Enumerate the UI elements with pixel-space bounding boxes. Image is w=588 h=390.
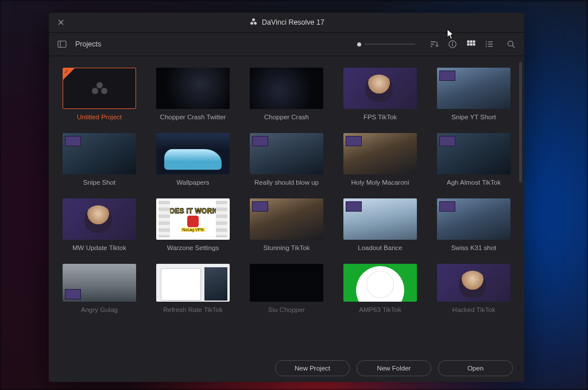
svg-point-11 [486,41,487,42]
titlebar: DaVinci Resolve 17 [49,13,524,33]
project-thumbnail [437,264,510,302]
project-label: Snipe Shot [83,179,115,186]
svg-rect-0 [58,41,66,48]
project-label: Really should blow up [254,179,319,186]
project-thumbnail [437,198,510,240]
close-button[interactable] [56,17,66,28]
new-project-button[interactable]: New Project [275,360,350,376]
svg-rect-8 [467,44,470,46]
project-row: Snipe ShotWallpapersReally should blow u… [63,133,510,186]
project-card[interactable]: ✓Untitled Project [63,68,136,120]
project-row: MW Update TiktokDOES IT WORK?NoLag VPNWa… [63,198,510,251]
list-view-icon[interactable] [483,38,496,50]
project-thumbnail [343,198,417,240]
project-row: ✓Untitled ProjectChopper Crash TwitterCh… [63,68,510,120]
project-thumbnail [343,133,417,174]
project-label: MW Update Tiktok [72,244,126,251]
svg-line-18 [512,45,514,48]
sidebar-toggle-icon[interactable] [56,38,68,50]
project-card[interactable]: Snipe YT Short [437,68,510,120]
project-thumbnail: ✓ [63,68,136,109]
project-thumbnail [250,264,323,302]
project-card[interactable]: Stunning TikTok [250,198,323,251]
app-logo-icon [249,21,258,24]
project-label: Holy Moly Macaroni [351,179,409,186]
project-manager-window: DaVinci Resolve 17 Projects ✓Untitled [49,13,524,382]
project-label: Warzone Settings [167,244,219,251]
project-label: Hacked TikTok [452,306,496,313]
project-label: Chopper Crash Twitter [160,114,226,120]
scrollbar-thumb[interactable] [519,62,522,182]
project-label: FPS TikTok [363,114,397,120]
project-row: Angry GulagRefresh Rate TikTokSiu Choppe… [63,264,510,313]
project-card[interactable]: Really should blow up [250,133,323,186]
project-label: Agh Almost TikTok [447,179,501,186]
project-thumbnail [250,198,323,240]
project-thumbnail [437,68,510,109]
project-label: Swiss K31 shot [451,244,497,251]
project-card[interactable]: DOES IT WORK?NoLag VPNWarzone Settings [156,198,230,251]
project-thumbnail [63,264,136,302]
sort-icon[interactable] [428,38,440,50]
project-grid-area: ✓Untitled ProjectChopper Crash TwitterCh… [49,56,524,354]
project-thumbnail [156,133,230,174]
project-thumbnail [156,68,230,109]
project-thumbnail [63,198,136,240]
svg-point-3 [452,42,453,43]
project-label: Loadout Bance [358,244,402,251]
project-card[interactable]: Refresh Rate TikTok [156,264,230,313]
project-card[interactable]: Swiss K31 shot [437,198,510,251]
new-folder-button[interactable]: New Folder [357,360,431,376]
project-label: Angry Gulag [81,306,118,313]
project-card[interactable]: Wallpapers [156,133,230,186]
project-card[interactable]: Chopper Crash Twitter [156,68,230,120]
close-icon [58,20,64,25]
project-thumbnail [156,264,230,302]
project-label: AMP63 TikTok [359,306,401,313]
project-thumbnail [437,133,510,174]
svg-rect-5 [467,41,470,43]
svg-rect-10 [473,44,475,46]
info-icon[interactable] [446,38,459,50]
svg-point-12 [486,44,487,45]
project-label: Wallpapers [176,179,209,186]
project-label: Stunning TikTok [263,244,310,251]
project-thumbnail [343,68,417,109]
project-thumbnail [250,133,323,174]
slider-track [365,44,415,45]
open-button[interactable]: Open [438,360,513,376]
project-label: Untitled Project [77,114,122,120]
project-thumbnail [63,133,136,174]
project-card[interactable]: AMP63 TikTok [343,264,417,313]
svg-rect-7 [473,41,475,43]
svg-rect-6 [470,41,473,43]
project-card[interactable]: FPS TikTok [343,68,417,120]
project-card[interactable]: Agh Almost TikTok [437,133,510,186]
slider-thumb-icon [357,42,361,46]
project-card[interactable]: Siu Chopper [250,264,323,313]
project-thumbnail: DOES IT WORK?NoLag VPN [156,198,230,240]
thumbnail-zoom-slider[interactable] [357,42,415,46]
project-thumbnail [250,68,323,109]
window-title: DaVinci Resolve 17 [262,18,324,26]
project-card[interactable]: Angry Gulag [63,264,136,313]
project-label: Chopper Crash [264,114,309,120]
project-card[interactable]: Holy Moly Macaroni [343,133,417,186]
toolbar: Projects [49,33,524,56]
svg-rect-4 [452,44,452,46]
svg-point-13 [486,46,487,47]
project-label: Refresh Rate TikTok [163,306,223,313]
project-label: Snipe YT Short [451,114,496,120]
project-card[interactable]: Loadout Bance [343,198,417,251]
footer: New Project New Folder Open [49,354,524,382]
project-thumbnail [343,264,417,302]
svg-point-17 [508,41,513,46]
project-card[interactable]: Hacked TikTok [437,264,510,313]
project-card[interactable]: MW Update Tiktok [63,198,136,251]
project-card[interactable]: Snipe Shot [63,133,136,186]
grid-view-icon[interactable] [465,38,477,50]
project-card[interactable]: Chopper Crash [250,68,323,120]
breadcrumb[interactable]: Projects [75,40,101,48]
search-icon[interactable] [505,38,517,50]
svg-rect-9 [470,44,473,46]
